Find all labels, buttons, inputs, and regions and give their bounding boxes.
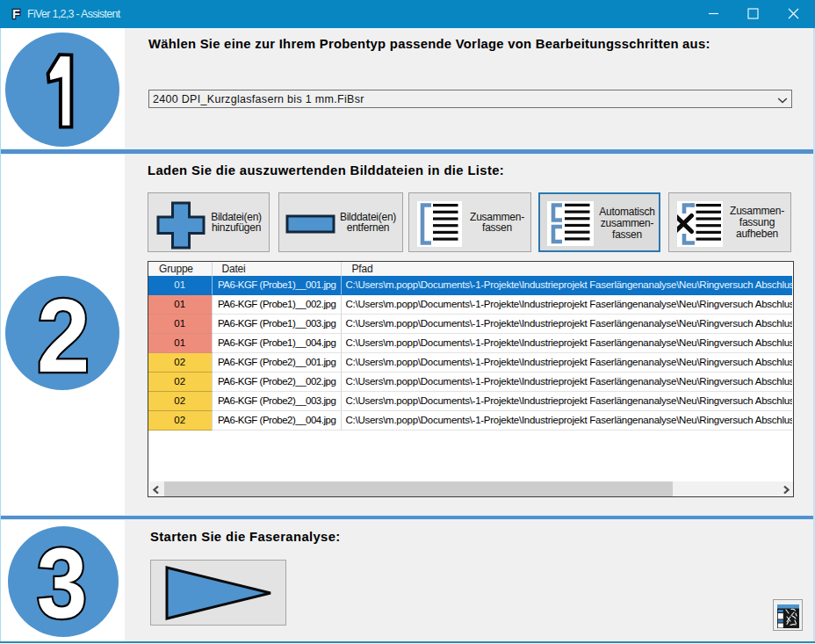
svg-text:2: 2 xyxy=(37,277,90,391)
svg-text:F: F xyxy=(12,7,20,21)
svg-text:3: 3 xyxy=(37,528,88,636)
